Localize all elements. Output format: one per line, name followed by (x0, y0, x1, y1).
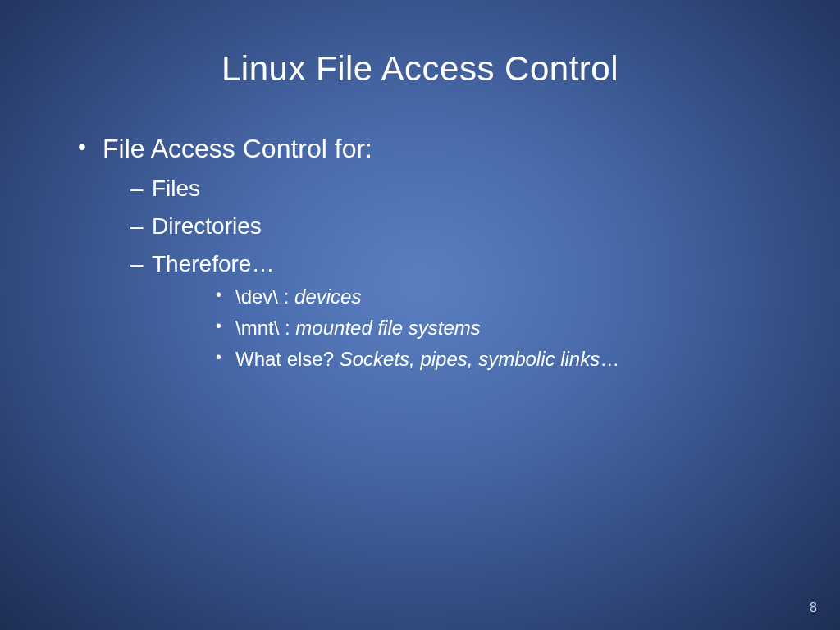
bullet-level2-directories: Directories (103, 213, 778, 240)
sub3-text: Therefore… (152, 251, 274, 276)
page-number: 8 (810, 600, 817, 615)
bullet1-text: File Access Control for: (103, 134, 372, 163)
bullet-level3-whatelse: What else? Sockets, pipes, symbolic link… (152, 348, 778, 371)
subsub3-italic: Sockets, pipes, symbolic links (340, 348, 600, 370)
slide-title: Linux File Access Control (62, 49, 778, 89)
bullet-level1: File Access Control for: Files Directori… (78, 134, 778, 371)
bullet-level3-mnt: \mnt\ : mounted file systems (152, 317, 778, 340)
subsub2-italic: mounted file systems (295, 317, 480, 339)
bullet-level2-files: Files (103, 176, 778, 202)
slide-container: Linux File Access Control File Access Co… (0, 0, 840, 630)
subsub3-prefix: What else? (235, 348, 340, 370)
bullet-level2-therefore: Therefore… \dev\ : devices \mnt\ : mount… (103, 251, 778, 371)
subsub2-prefix: \mnt\ : (235, 317, 295, 339)
subsub1-prefix: \dev\ : (235, 285, 294, 308)
sub2-text: Directories (152, 213, 262, 239)
subsub1-italic: devices (294, 285, 361, 308)
subsub3-suffix: … (600, 348, 619, 370)
bullet-level3-dev: \dev\ : devices (152, 285, 778, 308)
sub1-text: Files (152, 176, 200, 201)
slide-content: File Access Control for: Files Directori… (62, 134, 778, 371)
